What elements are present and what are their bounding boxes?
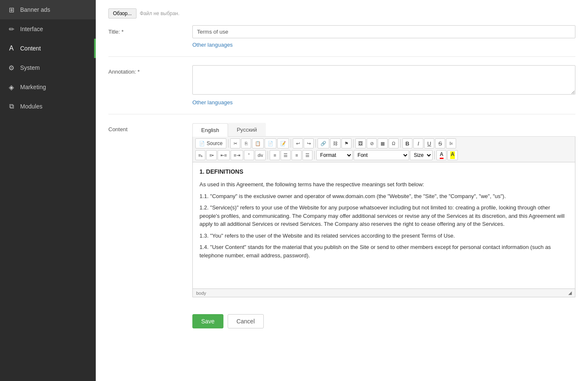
- paste-from-word-button[interactable]: 📝: [277, 138, 289, 148]
- editor-p4: 1.3. "You" refers to the user of the Web…: [200, 232, 568, 240]
- sidebar-item-label: Modules: [20, 103, 42, 110]
- editor-p3: 1.2. "Service(s)" refers to your use of …: [200, 204, 568, 228]
- annotation-field-container: Other languages: [192, 65, 575, 106]
- toolbar-separator-3: [315, 139, 316, 148]
- editor-p2: 1.1. "Company" is the exclusive owner an…: [200, 192, 568, 201]
- link-button[interactable]: 🔗: [318, 138, 329, 148]
- div-button[interactable]: div: [255, 150, 266, 160]
- sidebar-item-label: System: [20, 64, 40, 71]
- toolbar-row-2: ≡₁ ≡• ⇤≡ ≡⇥ " div ≡ ☰ ≡ ☰: [195, 150, 572, 160]
- text-color-icon: A: [440, 151, 444, 159]
- toolbar-separator-1: [228, 139, 228, 148]
- toolbar-row-1: 📄 Source ✂ ⎘ 📋 📄 📝 ↩ ↪: [195, 138, 572, 148]
- text-color-button[interactable]: A: [436, 150, 446, 160]
- editor-statusbar: body ◢: [193, 288, 575, 297]
- title-label: Title: *: [108, 25, 192, 35]
- toolbar-separator-4: [353, 139, 354, 148]
- special-char-button[interactable]: Ω: [388, 138, 399, 148]
- highlight-icon: A: [450, 151, 455, 159]
- sidebar-item-label: Content: [20, 45, 41, 52]
- align-center-button[interactable]: ☰: [281, 150, 291, 160]
- redo-button[interactable]: ↪: [304, 138, 314, 148]
- sidebar-item-interface[interactable]: ✏ Interface: [0, 19, 96, 39]
- title-row: Title: * Other languages: [108, 25, 575, 57]
- sidebar: ⊞ Banner ads ✏ Interface A Content ⚙ Sys…: [0, 0, 96, 381]
- content-icon: A: [8, 45, 15, 52]
- cancel-button[interactable]: Cancel: [228, 314, 264, 328]
- editor-element-path: body: [196, 291, 206, 296]
- ordered-list-button[interactable]: ≡₁: [195, 150, 205, 160]
- flash-button[interactable]: ⊘: [367, 138, 377, 148]
- tab-english[interactable]: English: [192, 123, 228, 137]
- bold-button[interactable]: B: [402, 138, 412, 148]
- sidebar-item-system[interactable]: ⚙ System: [0, 58, 96, 77]
- annotation-row: Annotation: * Other languages: [108, 65, 575, 114]
- justify-button[interactable]: ☰: [302, 150, 312, 160]
- highlight-color-button[interactable]: A: [447, 150, 458, 160]
- annotation-textarea[interactable]: [192, 65, 575, 95]
- tab-russian[interactable]: Русский: [228, 123, 266, 136]
- font-select[interactable]: Font Arial Times New Roman Courier: [354, 150, 409, 160]
- marketing-icon: ◈: [8, 83, 15, 91]
- sidebar-item-banner-ads[interactable]: ⊞ Banner ads: [0, 0, 96, 19]
- form-actions: Save Cancel: [108, 314, 575, 328]
- toolbar-separator-5: [400, 139, 401, 148]
- undo-button[interactable]: ↩: [293, 138, 303, 148]
- blockquote-button[interactable]: ": [244, 150, 254, 160]
- source-button[interactable]: 📄 Source: [195, 138, 226, 148]
- modules-icon: ⧉: [8, 103, 15, 110]
- underline-button[interactable]: U: [424, 138, 434, 148]
- sidebar-item-label: Marketing: [20, 84, 46, 90]
- source-label: Source: [207, 140, 223, 146]
- unordered-list-button[interactable]: ≡•: [206, 150, 216, 160]
- align-left-button[interactable]: ≡: [270, 150, 280, 160]
- editor-toolbar: 📄 Source ✂ ⎘ 📋 📄 📝 ↩ ↪: [193, 137, 575, 162]
- title-field-container: Other languages: [192, 25, 575, 48]
- editor-resize-handle[interactable]: ◢: [568, 290, 572, 296]
- file-placeholder-text: Файл не выбран.: [140, 11, 180, 16]
- content-field-container: English Русский 📄 Source ✂: [192, 123, 575, 297]
- strikethrough-button[interactable]: S: [435, 138, 445, 148]
- sidebar-item-label: Interface: [20, 26, 43, 32]
- language-tabs: English Русский: [192, 123, 575, 137]
- editor-p5: 1.4. "User Content" stands for the mater…: [200, 243, 568, 259]
- image-button[interactable]: 🖼: [355, 138, 366, 148]
- toolbar-separator-8: [434, 151, 435, 159]
- decrease-indent-button[interactable]: ⇤≡: [218, 150, 230, 160]
- toolbar-separator-2: [291, 139, 291, 148]
- system-icon: ⚙: [8, 64, 15, 71]
- sidebar-item-label: Banner ads: [20, 6, 50, 13]
- italic-button[interactable]: I: [413, 138, 423, 148]
- format-select[interactable]: Format Paragraph Heading 1 Heading 2 Hea…: [316, 150, 353, 160]
- editor-p1: As used in this Agreement, the following…: [200, 180, 568, 189]
- align-right-button[interactable]: ≡: [291, 150, 302, 160]
- content-row: Content English Русский 📄 Source: [108, 123, 575, 306]
- unlink-button[interactable]: ⛓: [330, 138, 341, 148]
- save-button[interactable]: Save: [192, 314, 223, 328]
- editor-container: 📄 Source ✂ ⎘ 📋 📄 📝 ↩ ↪: [192, 137, 575, 297]
- remove-format-button[interactable]: Ix: [446, 138, 456, 148]
- anchor-button[interactable]: ⚑: [341, 138, 352, 148]
- size-select[interactable]: Size 81012 141618 2436: [410, 150, 433, 160]
- file-row: Обзор... Файл не выбран.: [108, 8, 575, 19]
- sidebar-item-marketing[interactable]: ◈ Marketing: [0, 77, 96, 97]
- increase-indent-button[interactable]: ≡⇥: [231, 150, 243, 160]
- toolbar-separator-7: [314, 151, 315, 159]
- annotation-other-languages-link[interactable]: Other languages: [192, 99, 575, 106]
- title-other-languages-link[interactable]: Other languages: [192, 42, 575, 48]
- banner-ads-icon: ⊞: [8, 6, 15, 13]
- table-button[interactable]: ▦: [378, 138, 388, 148]
- interface-icon: ✏: [8, 25, 15, 33]
- source-icon: 📄: [199, 141, 205, 146]
- copy-button[interactable]: ⎘: [241, 138, 251, 148]
- paste-button[interactable]: 📋: [252, 138, 264, 148]
- cut-button[interactable]: ✂: [230, 138, 240, 148]
- sidebar-item-content[interactable]: A Content: [0, 39, 96, 58]
- paste-text-button[interactable]: 📄: [265, 138, 276, 148]
- content-label: Content: [108, 123, 192, 132]
- editor-body[interactable]: 1. DEFINITIONS As used in this Agreement…: [193, 162, 575, 288]
- sidebar-item-modules[interactable]: ⧉ Modules: [0, 97, 96, 116]
- editor-heading: 1. DEFINITIONS: [200, 167, 568, 176]
- file-browse-button[interactable]: Обзор...: [108, 8, 136, 19]
- title-input[interactable]: [192, 25, 575, 38]
